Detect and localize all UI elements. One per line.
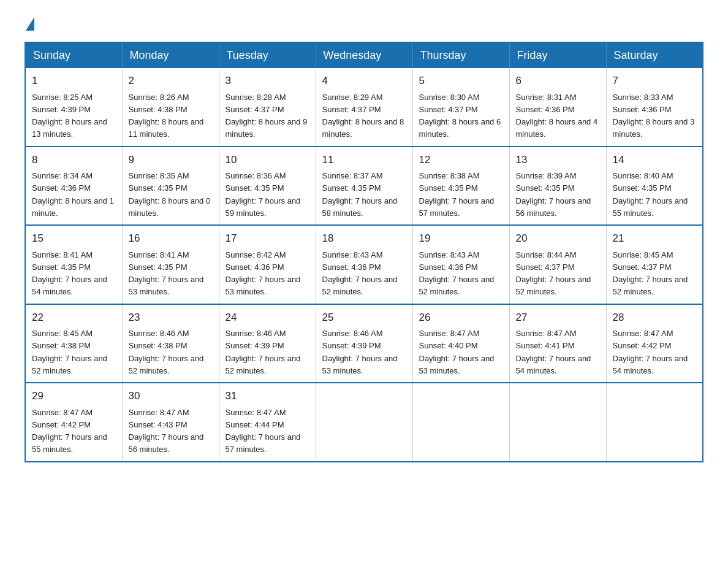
weekday-header-sunday: Sunday <box>25 42 122 68</box>
day-info: Sunrise: 8:41 AMSunset: 4:35 PMDaylight:… <box>32 250 107 297</box>
day-number: 4 <box>322 73 406 89</box>
calendar-cell: 3 Sunrise: 8:28 AMSunset: 4:37 PMDayligh… <box>219 68 316 147</box>
logo-triangle-icon <box>26 17 34 31</box>
weekday-header-wednesday: Wednesday <box>316 42 412 68</box>
day-info: Sunrise: 8:31 AMSunset: 4:36 PMDaylight:… <box>516 93 598 139</box>
weekday-header-saturday: Saturday <box>606 42 703 68</box>
day-number: 18 <box>322 231 406 247</box>
day-info: Sunrise: 8:43 AMSunset: 4:36 PMDaylight:… <box>419 250 495 297</box>
calendar-cell: 7 Sunrise: 8:33 AMSunset: 4:36 PMDayligh… <box>606 68 703 147</box>
day-info: Sunrise: 8:47 AMSunset: 4:42 PMDaylight:… <box>613 329 688 375</box>
day-info: Sunrise: 8:33 AMSunset: 4:36 PMDaylight:… <box>613 93 695 139</box>
day-info: Sunrise: 8:34 AMSunset: 4:36 PMDaylight:… <box>32 171 114 218</box>
day-info: Sunrise: 8:42 AMSunset: 4:36 PMDaylight:… <box>226 250 301 297</box>
day-number: 20 <box>516 231 600 247</box>
day-info: Sunrise: 8:39 AMSunset: 4:35 PMDaylight:… <box>516 171 591 218</box>
calendar-cell: 29 Sunrise: 8:47 AMSunset: 4:42 PMDaylig… <box>25 383 122 462</box>
calendar-cell: 20 Sunrise: 8:44 AMSunset: 4:37 PMDaylig… <box>509 225 606 304</box>
calendar-week-row: 29 Sunrise: 8:47 AMSunset: 4:42 PMDaylig… <box>25 383 703 462</box>
calendar-cell <box>412 383 509 462</box>
day-info: Sunrise: 8:44 AMSunset: 4:37 PMDaylight:… <box>516 250 591 297</box>
calendar-cell: 17 Sunrise: 8:42 AMSunset: 4:36 PMDaylig… <box>219 225 316 304</box>
day-number: 23 <box>129 310 213 326</box>
day-number: 25 <box>322 310 406 326</box>
calendar-cell: 10 Sunrise: 8:36 AMSunset: 4:35 PMDaylig… <box>219 147 316 226</box>
calendar-week-row: 15 Sunrise: 8:41 AMSunset: 4:35 PMDaylig… <box>25 225 703 304</box>
calendar-cell: 25 Sunrise: 8:46 AMSunset: 4:39 PMDaylig… <box>316 304 412 383</box>
calendar-week-row: 1 Sunrise: 8:25 AMSunset: 4:39 PMDayligh… <box>25 68 703 147</box>
calendar-cell: 27 Sunrise: 8:47 AMSunset: 4:41 PMDaylig… <box>509 304 606 383</box>
day-number: 5 <box>419 73 503 89</box>
day-info: Sunrise: 8:38 AMSunset: 4:35 PMDaylight:… <box>419 171 495 218</box>
day-number: 15 <box>32 231 116 247</box>
day-info: Sunrise: 8:46 AMSunset: 4:39 PMDaylight:… <box>226 329 301 375</box>
day-info: Sunrise: 8:47 AMSunset: 4:42 PMDaylight:… <box>32 408 107 454</box>
calendar-week-row: 8 Sunrise: 8:34 AMSunset: 4:36 PMDayligh… <box>25 147 703 226</box>
calendar-cell: 1 Sunrise: 8:25 AMSunset: 4:39 PMDayligh… <box>25 68 122 147</box>
day-info: Sunrise: 8:47 AMSunset: 4:41 PMDaylight:… <box>516 329 591 375</box>
day-number: 12 <box>419 152 503 168</box>
day-number: 8 <box>32 152 116 168</box>
calendar-cell: 22 Sunrise: 8:45 AMSunset: 4:38 PMDaylig… <box>25 304 122 383</box>
logo-area <box>25 18 36 29</box>
day-info: Sunrise: 8:45 AMSunset: 4:37 PMDaylight:… <box>613 250 688 297</box>
calendar-cell: 21 Sunrise: 8:45 AMSunset: 4:37 PMDaylig… <box>606 225 703 304</box>
day-number: 16 <box>129 231 213 247</box>
day-number: 28 <box>613 310 697 326</box>
day-info: Sunrise: 8:36 AMSunset: 4:35 PMDaylight:… <box>226 171 301 218</box>
calendar-cell: 30 Sunrise: 8:47 AMSunset: 4:43 PMDaylig… <box>122 383 219 462</box>
calendar-cell: 6 Sunrise: 8:31 AMSunset: 4:36 PMDayligh… <box>509 68 606 147</box>
day-number: 21 <box>613 231 697 247</box>
day-number: 13 <box>516 152 600 168</box>
calendar-cell: 18 Sunrise: 8:43 AMSunset: 4:36 PMDaylig… <box>316 225 412 304</box>
day-number: 14 <box>613 152 697 168</box>
calendar-table: SundayMondayTuesdayWednesdayThursdayFrid… <box>25 42 703 462</box>
calendar-cell: 5 Sunrise: 8:30 AMSunset: 4:37 PMDayligh… <box>412 68 509 147</box>
calendar-cell <box>316 383 412 462</box>
day-number: 30 <box>129 388 213 404</box>
day-number: 31 <box>226 388 309 404</box>
day-info: Sunrise: 8:28 AMSunset: 4:37 PMDaylight:… <box>226 93 308 139</box>
day-number: 11 <box>322 152 406 168</box>
calendar-cell: 19 Sunrise: 8:43 AMSunset: 4:36 PMDaylig… <box>412 225 509 304</box>
day-number: 2 <box>129 73 213 89</box>
day-number: 22 <box>32 310 116 326</box>
day-number: 17 <box>226 231 309 247</box>
day-info: Sunrise: 8:41 AMSunset: 4:35 PMDaylight:… <box>129 250 204 297</box>
day-info: Sunrise: 8:43 AMSunset: 4:36 PMDaylight:… <box>322 250 398 297</box>
calendar-cell <box>509 383 606 462</box>
day-number: 24 <box>226 310 309 326</box>
day-info: Sunrise: 8:47 AMSunset: 4:40 PMDaylight:… <box>419 329 495 375</box>
weekday-header-monday: Monday <box>122 42 219 68</box>
calendar-week-row: 22 Sunrise: 8:45 AMSunset: 4:38 PMDaylig… <box>25 304 703 383</box>
day-info: Sunrise: 8:45 AMSunset: 4:38 PMDaylight:… <box>32 329 107 375</box>
logo <box>25 18 36 32</box>
day-info: Sunrise: 8:46 AMSunset: 4:38 PMDaylight:… <box>129 329 204 375</box>
calendar-cell: 4 Sunrise: 8:29 AMSunset: 4:37 PMDayligh… <box>316 68 412 147</box>
day-info: Sunrise: 8:46 AMSunset: 4:39 PMDaylight:… <box>322 329 398 375</box>
calendar-cell: 8 Sunrise: 8:34 AMSunset: 4:36 PMDayligh… <box>25 147 122 226</box>
calendar-cell <box>606 383 703 462</box>
day-number: 29 <box>32 388 116 404</box>
day-number: 1 <box>32 73 116 89</box>
weekday-header-tuesday: Tuesday <box>219 42 316 68</box>
day-number: 19 <box>419 231 503 247</box>
day-info: Sunrise: 8:47 AMSunset: 4:43 PMDaylight:… <box>129 408 204 454</box>
calendar-cell: 23 Sunrise: 8:46 AMSunset: 4:38 PMDaylig… <box>122 304 219 383</box>
calendar-cell: 11 Sunrise: 8:37 AMSunset: 4:35 PMDaylig… <box>316 147 412 226</box>
day-info: Sunrise: 8:37 AMSunset: 4:35 PMDaylight:… <box>322 171 398 218</box>
day-number: 3 <box>226 73 309 89</box>
day-number: 27 <box>516 310 600 326</box>
day-number: 7 <box>613 73 697 89</box>
day-info: Sunrise: 8:29 AMSunset: 4:37 PMDaylight:… <box>322 93 404 139</box>
day-number: 9 <box>129 152 213 168</box>
day-number: 10 <box>226 152 309 168</box>
day-info: Sunrise: 8:47 AMSunset: 4:44 PMDaylight:… <box>226 408 301 454</box>
calendar-cell: 15 Sunrise: 8:41 AMSunset: 4:35 PMDaylig… <box>25 225 122 304</box>
calendar-cell: 9 Sunrise: 8:35 AMSunset: 4:35 PMDayligh… <box>122 147 219 226</box>
day-info: Sunrise: 8:35 AMSunset: 4:35 PMDaylight:… <box>129 171 211 218</box>
day-number: 26 <box>419 310 503 326</box>
day-info: Sunrise: 8:40 AMSunset: 4:35 PMDaylight:… <box>613 171 688 218</box>
calendar-cell: 24 Sunrise: 8:46 AMSunset: 4:39 PMDaylig… <box>219 304 316 383</box>
weekday-header-friday: Friday <box>509 42 606 68</box>
